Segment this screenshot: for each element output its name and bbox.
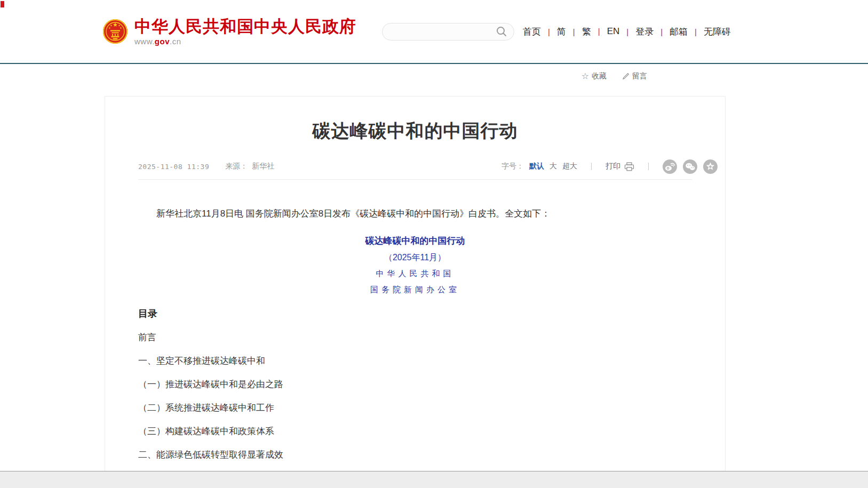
toc-item-1: 一、坚定不移推进碳达峰碳中和 — [138, 356, 692, 366]
print-button[interactable]: 打印 — [606, 162, 634, 171]
whitepaper-date: （2025年11月） — [138, 253, 692, 262]
search-input[interactable] — [391, 27, 496, 36]
nav-mail[interactable]: 邮箱 — [654, 26, 688, 38]
pen-icon — [622, 73, 630, 81]
publish-date: 2025-11-08 11:39 — [138, 163, 209, 171]
search-icon[interactable] — [496, 26, 507, 37]
top-nav: 首页 简 繁 EN 登录 邮箱 无障碍 — [523, 26, 731, 38]
favorite-button[interactable]: ☆ 收藏 — [582, 71, 607, 81]
nav-accessibility[interactable]: 无障碍 — [688, 26, 731, 38]
national-emblem-icon — [102, 19, 128, 44]
favorite-label: 收藏 — [592, 71, 607, 81]
site-header: 中华人民共和国中央人民政府 www.gov.cn 首页 简 繁 EN 登录 邮箱… — [0, 0, 868, 63]
nav-english[interactable]: EN — [591, 26, 620, 37]
nav-traditional[interactable]: 繁 — [566, 26, 591, 38]
font-size-large[interactable]: 大 — [550, 162, 557, 171]
site-url: www.gov.cn — [134, 37, 356, 46]
font-size-label: 字号： — [501, 162, 524, 171]
corner-artifact — [1, 1, 4, 7]
page-actions: ☆ 收藏 留言 — [0, 64, 868, 96]
whitepaper-title: 碳达峰碳中和的中国行动 — [138, 235, 692, 246]
nav-login[interactable]: 登录 — [619, 26, 654, 38]
meta-right: 字号： 默认 大 超大 打印 — [501, 159, 718, 174]
separator — [648, 163, 649, 170]
meta-left: 2025-11-08 11:39 来源： 新华社 — [138, 162, 274, 171]
weibo-icon[interactable] — [663, 159, 677, 174]
toc-item-1-1: （一）推进碳达峰碳中和是必由之路 — [138, 380, 692, 389]
separator — [591, 163, 592, 170]
lead-paragraph: 新华社北京11月8日电 国务院新闻办公室8日发布《碳达峰碳中和的中国行动》白皮书… — [138, 207, 692, 220]
whitepaper-issuer-1: 中华人民共和国 — [138, 269, 692, 278]
font-size-default[interactable]: 默认 — [529, 162, 544, 171]
site-title: 中华人民共和国中央人民政府 — [134, 18, 356, 36]
printer-icon — [624, 162, 634, 171]
source-label: 来源： — [225, 162, 248, 171]
comment-label: 留言 — [632, 71, 647, 81]
font-size-xlarge[interactable]: 超大 — [562, 162, 577, 171]
toc-item-2: 二、能源绿色低碳转型取得显著成效 — [138, 450, 692, 460]
nav-simplified[interactable]: 简 — [541, 26, 566, 38]
nav-home[interactable]: 首页 — [523, 26, 541, 38]
star-outline-icon: ☆ — [582, 72, 589, 81]
source-link[interactable]: 新华社 — [252, 162, 274, 171]
toc-heading: 目录 — [138, 308, 692, 319]
search-bar[interactable] — [382, 23, 514, 41]
toc-item-1-2: （二）系统推进碳达峰碳中和工作 — [138, 403, 692, 413]
comment-button[interactable]: 留言 — [622, 71, 647, 81]
article-meta: 2025-11-08 11:39 来源： 新华社 字号： 默认 大 超大 打印 — [138, 161, 718, 172]
document-body: 新华社北京11月8日电 国务院新闻办公室8日发布《碳达峰碳中和的中国行动》白皮书… — [105, 207, 725, 471]
article-title: 碳达峰碳中和的中国行动 — [105, 120, 725, 141]
site-logo[interactable]: 中华人民共和国中央人民政府 www.gov.cn — [102, 18, 356, 46]
print-label: 打印 — [606, 162, 620, 171]
qzone-icon[interactable] — [703, 159, 718, 174]
meta-divider — [138, 179, 692, 180]
share-icons — [663, 159, 718, 174]
toc-item-1-3: （三）构建碳达峰碳中和政策体系 — [138, 427, 692, 436]
logo-text: 中华人民共和国中央人民政府 www.gov.cn — [134, 18, 356, 46]
next-section-edge — [0, 471, 868, 488]
toc-item-preface: 前言 — [138, 333, 692, 342]
wechat-icon[interactable] — [683, 159, 697, 174]
whitepaper-issuer-2: 国务院新闻办公室 — [138, 285, 692, 294]
article-card: 碳达峰碳中和的中国行动 2025-11-08 11:39 来源： 新华社 字号：… — [105, 96, 726, 471]
